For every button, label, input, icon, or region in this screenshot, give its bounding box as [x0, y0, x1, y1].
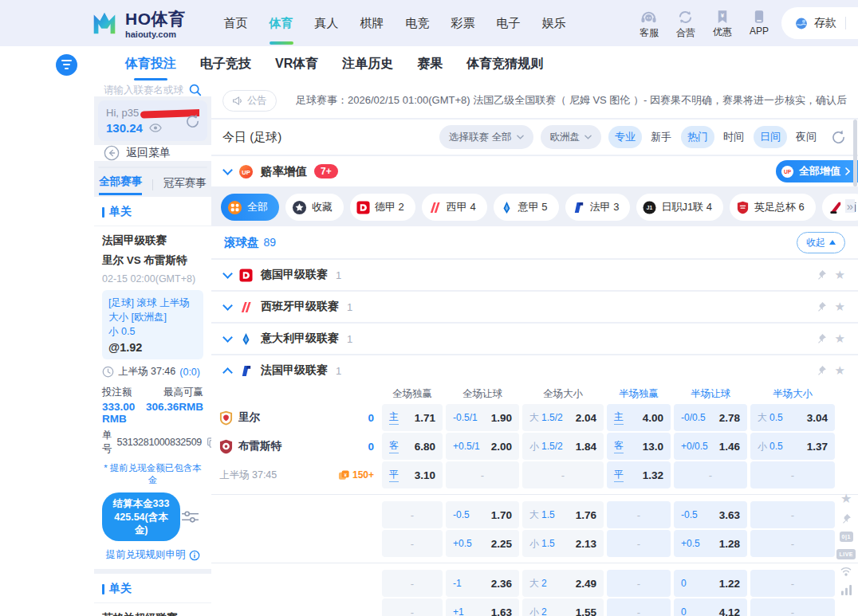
odds-cell[interactable]: -0.53.63: [674, 501, 747, 528]
slip-tab[interactable]: 预约: [171, 167, 207, 168]
odds-cell[interactable]: 平1.32: [607, 461, 671, 488]
league-chip[interactable]: 英足总杯 6: [730, 194, 816, 221]
toggle-option[interactable]: 专业: [608, 126, 642, 148]
star-icon[interactable]: ★: [835, 332, 845, 346]
odds-cell[interactable]: +0.5/12.00: [446, 433, 519, 460]
odds-cell[interactable]: -: [382, 598, 443, 616]
league-chip[interactable]: 法甲 3: [565, 194, 631, 221]
more-markets-badge[interactable]: ¥150+: [338, 469, 374, 481]
star-icon[interactable]: ★: [835, 268, 845, 282]
league-row[interactable]: 西班牙甲级联赛1★: [211, 292, 858, 322]
top-nav-item[interactable]: 电竞: [406, 0, 430, 46]
odds-cell[interactable]: +0.52.25: [446, 530, 519, 557]
odds-cell[interactable]: 01.22: [674, 570, 747, 597]
pin-icon[interactable]: [816, 301, 827, 312]
subnav-tab[interactable]: 电子竞技: [200, 46, 251, 83]
odds-cell[interactable]: -: [750, 598, 835, 616]
league-chip[interactable]: 全部: [221, 194, 279, 221]
chevron-down-icon[interactable]: [222, 269, 233, 279]
league-chip[interactable]: 意甲 5: [494, 194, 559, 221]
odds-cell[interactable]: 04.12: [674, 598, 747, 616]
cashout-rules-link[interactable]: 提前兑现规则申明: [102, 548, 203, 562]
quick-item[interactable]: 合营: [676, 10, 695, 40]
odds-cell[interactable]: -0/0.52.78: [674, 404, 747, 431]
odds-cell[interactable]: -: [607, 530, 671, 557]
cashout-settings-icon[interactable]: [180, 509, 200, 524]
league-row[interactable]: 法国甲级联赛1★: [211, 355, 858, 386]
subnav-tab[interactable]: 体育竞猜规则: [466, 46, 543, 83]
live-badge-icon[interactable]: LIVE: [836, 549, 856, 559]
cast-icon[interactable]: [840, 567, 852, 578]
pin-icon[interactable]: [816, 269, 827, 281]
odds-cell[interactable]: -: [750, 501, 835, 528]
refresh-balance-icon[interactable]: [184, 113, 201, 130]
double-chevron-right-icon[interactable]: »: [845, 199, 855, 213]
league-select[interactable]: 选择联赛 全部: [439, 125, 533, 149]
collapse-button[interactable]: 收起: [797, 232, 845, 253]
odds-cell[interactable]: -: [522, 461, 604, 488]
odds-cell[interactable]: 大22.49: [522, 570, 604, 597]
search-input[interactable]: [104, 84, 183, 96]
league-chip[interactable]: 德甲 2: [350, 194, 415, 221]
zeroone-badge-icon[interactable]: 0|1: [840, 532, 853, 542]
odds-cell[interactable]: 客13.0: [607, 433, 671, 460]
odds-cell[interactable]: -: [382, 530, 443, 557]
toggle-option[interactable]: 新手: [644, 126, 678, 148]
league-row[interactable]: 意大利甲级联赛1★: [211, 324, 858, 354]
league-chip[interactable]: 收藏: [285, 194, 344, 221]
odds-cell[interactable]: 大1.51.76: [522, 501, 604, 528]
deposit-button[interactable]: 存款: [781, 7, 858, 39]
chevron-down-icon[interactable]: [222, 300, 233, 311]
odds-cell[interactable]: 大1.5/22.04: [522, 404, 604, 431]
star-icon[interactable]: ★: [835, 363, 845, 378]
odds-cell[interactable]: -: [607, 570, 671, 597]
chevron-down-icon[interactable]: [222, 332, 233, 343]
odds-cell[interactable]: -: [607, 598, 671, 616]
scrollbar-thumb[interactable]: [853, 120, 857, 186]
back-to-menu[interactable]: 返回菜单: [94, 145, 211, 161]
odds-cell[interactable]: -0.5/11.90: [446, 404, 519, 431]
odds-cell[interactable]: +11.63: [446, 598, 519, 616]
top-nav-item[interactable]: 真人: [315, 0, 339, 46]
toggle-option[interactable]: 日间: [754, 126, 787, 148]
toggle-option[interactable]: 热门: [681, 126, 714, 148]
odds-cell[interactable]: -: [750, 461, 835, 488]
odds-cell[interactable]: 小1.52.13: [522, 530, 604, 557]
odds-cell[interactable]: 大0.53.04: [750, 404, 835, 431]
odds-cell[interactable]: 平3.10: [382, 461, 443, 488]
odds-cell[interactable]: -: [674, 461, 747, 488]
top-nav-item[interactable]: 电子: [497, 0, 521, 46]
odds-cell[interactable]: -: [382, 501, 443, 528]
league-chip[interactable]: J1日职J1联 4: [636, 194, 723, 221]
pin-icon[interactable]: [816, 333, 827, 344]
cashout-button[interactable]: 结算本金333425.54(含本金): [102, 492, 180, 541]
odds-cell[interactable]: -: [446, 461, 519, 488]
announcement-pill[interactable]: 公告: [222, 90, 277, 112]
subnav-tab[interactable]: 赛果: [417, 46, 443, 83]
odds-cell[interactable]: -: [750, 570, 835, 597]
odds-cell[interactable]: -0.51.70: [446, 501, 519, 528]
slip-tab[interactable]: 未结算: [99, 167, 135, 168]
league-chip[interactable]: 西甲 4: [422, 194, 487, 221]
odds-cell[interactable]: +0.51.28: [674, 530, 747, 557]
odds-cell[interactable]: 小21.55: [522, 598, 604, 616]
market-select[interactable]: 欧洲盘: [541, 125, 602, 149]
league-row[interactable]: 德国甲级联赛1★: [211, 260, 858, 290]
event-tab[interactable]: 冠军赛事: [163, 176, 207, 194]
odds-cell[interactable]: -: [382, 570, 443, 597]
toggle-option[interactable]: 时间: [717, 126, 750, 148]
slip-tab[interactable]: 已结算: [135, 167, 171, 168]
toggle-option[interactable]: 夜间: [789, 126, 823, 148]
quick-item[interactable]: ¥优惠: [713, 10, 732, 39]
chevron-down-icon[interactable]: [222, 165, 233, 175]
subnav-tab[interactable]: 注单历史: [342, 46, 393, 83]
odds-cell[interactable]: 主4.00: [607, 404, 671, 431]
odds-cell[interactable]: 小1.5/21.84: [522, 433, 604, 460]
odds-cell[interactable]: 客6.80: [382, 433, 443, 460]
event-tab[interactable]: 全部赛事: [99, 175, 142, 195]
top-nav-item[interactable]: 彩票: [451, 0, 475, 46]
filter-icon[interactable]: [56, 54, 77, 76]
top-nav-item[interactable]: 娱乐: [542, 0, 566, 46]
eye-icon[interactable]: [149, 124, 162, 132]
star-icon[interactable]: ★: [835, 300, 845, 314]
